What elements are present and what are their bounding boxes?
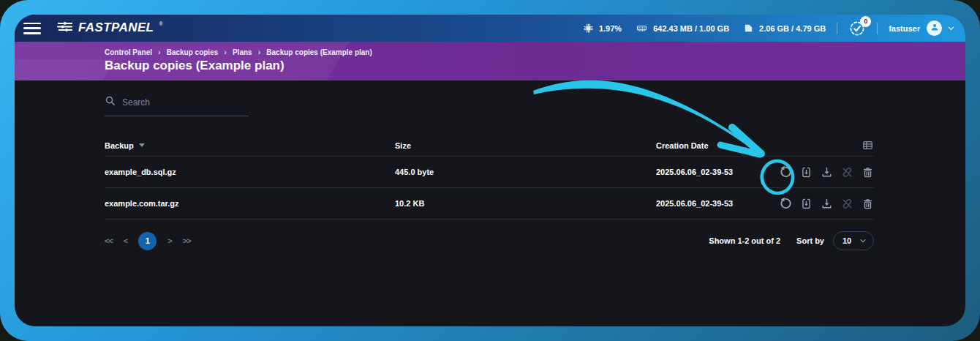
table-header-row: Backup Size Creation Date [105,135,874,157]
topbar-divider [837,23,837,34]
cpu-usage-stat: 1.97% [583,23,622,34]
disk-icon [743,23,754,34]
search-input[interactable] [122,97,239,108]
topbar-divider [877,23,878,34]
per-page-select[interactable]: 10 [833,231,874,250]
sort-by-label: Sort by [796,236,824,245]
breadcrumb-separator: › [158,48,161,56]
column-header-size[interactable]: Size [395,141,656,150]
backup-name: example_db.sql.gz [105,168,395,176]
search-field[interactable] [105,95,249,116]
breadcrumb: Control Panel › Backup copies › Plans › … [105,48,965,56]
backup-name: example.com.tar.gz [105,199,395,208]
clock-check-icon [848,27,866,40]
app-window: FASTPANEL ® 1.97% 642.43 MB / 1.00 GB [15,15,965,326]
top-bar: FASTPANEL ® 1.97% 642.43 MB / 1.00 GB [15,15,965,42]
table-row: example_db.sql.gz 445.0 byte 2025.06.06_… [105,157,874,188]
breadcrumb-plans[interactable]: Plans [233,48,252,56]
disk-usage-value: 2.06 GB / 4.79 GB [759,24,826,33]
breadcrumb-separator: › [258,48,261,56]
search-icon [105,95,116,109]
prev-page-button[interactable]: < [124,236,127,245]
column-header-backup[interactable]: Backup [105,141,134,150]
ram-usage-stat: 642.43 MB / 1.00 GB [636,23,729,34]
pagination-bar: << < 1 > >> Shown 1-2 out of 2 Sort by 1… [105,231,874,250]
breadcrumb-backup-copies[interactable]: Backup copies [167,48,219,56]
menu-icon[interactable] [23,23,41,34]
logo-text: FASTPANEL [78,20,154,35]
sliders-icon [57,20,73,36]
download-icon[interactable] [821,166,833,179]
table-columns-settings-icon[interactable] [862,139,874,151]
backup-creation-date: 2025.06.06_02-39-53 [656,168,763,176]
file-download-icon[interactable] [800,198,813,210]
unlink-icon [841,198,853,210]
column-header-creation-date[interactable]: Creation Date [656,141,763,150]
fastpanel-logo[interactable]: FASTPANEL ® [57,20,163,36]
next-page-button[interactable]: > [167,236,171,245]
shown-summary: Shown 1-2 out of 2 [709,236,780,245]
delete-icon[interactable] [862,198,874,210]
first-page-button[interactable]: << [105,236,113,245]
backup-size: 10.2 KB [395,199,656,208]
notifications-count-badge: 0 [860,16,871,27]
pagination: << < 1 > >> [105,232,191,250]
breadcrumb-control-panel[interactable]: Control Panel [105,48,152,56]
cpu-usage-value: 1.97% [599,24,622,33]
person-icon [930,22,940,35]
download-icon[interactable] [821,198,833,210]
last-page-button[interactable]: >> [183,236,191,245]
user-menu-chevron-down-icon[interactable] [947,24,955,32]
backups-table: Backup Size Creation Date example_db.sql… [105,135,874,220]
backup-creation-date: 2025.06.06_02-39-53 [656,199,763,208]
current-page-button[interactable]: 1 [138,232,157,250]
sort-descending-icon[interactable] [139,143,145,147]
ram-usage-value: 642.43 MB / 1.00 GB [653,24,729,33]
restore-icon[interactable] [779,197,792,210]
breadcrumb-separator: › [224,48,227,56]
unlink-icon [841,166,853,179]
table-row: example.com.tar.gz 10.2 KB 2025.06.06_02… [105,188,874,220]
per-page-value: 10 [843,236,851,245]
user-avatar[interactable] [927,20,942,36]
restore-icon[interactable] [779,165,792,179]
file-download-icon[interactable] [800,166,813,179]
select-chevron-down-icon [859,234,867,247]
main-content: Backup Size Creation Date example_db.sql… [15,80,965,250]
tasks-status-button[interactable]: 0 [848,20,866,37]
ram-icon [636,23,648,34]
page-title: Backup copies (Example plan) [105,59,965,73]
cpu-icon [583,23,594,34]
disk-usage-stat: 2.06 GB / 4.79 GB [743,23,826,34]
backup-size: 445.0 byte [395,168,656,176]
breadcrumb-current[interactable]: Backup copies (Example plan) [266,48,372,56]
delete-icon[interactable] [862,166,874,179]
logo-registered-mark: ® [159,21,162,26]
username-label: fastuser [889,24,920,33]
page-header-band: Control Panel › Backup copies › Plans › … [15,42,965,80]
